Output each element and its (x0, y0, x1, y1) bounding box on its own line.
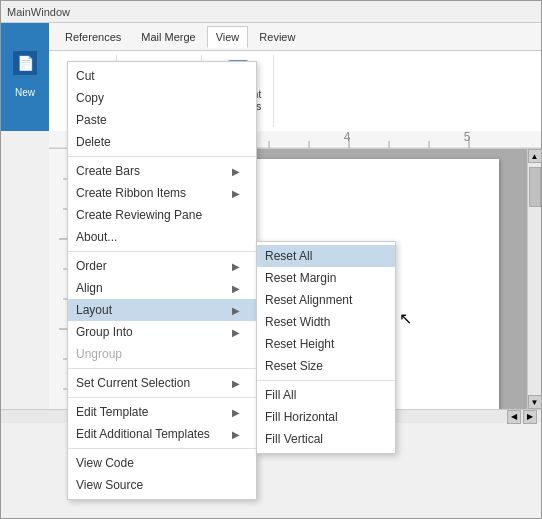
menu-item-align[interactable]: Align ▶ (68, 277, 256, 299)
svg-text:4: 4 (344, 131, 351, 144)
scroll-right-button[interactable]: ▶ (523, 410, 537, 424)
menu-item-create-reviewing-pane[interactable]: Create Reviewing Pane (68, 204, 256, 226)
submenu-item-reset-height[interactable]: Reset Height (257, 333, 395, 355)
svg-text:5: 5 (464, 131, 471, 144)
submenu-item-fill-horizontal-label: Fill Horizontal (265, 410, 338, 424)
scroll-left-button[interactable]: ◀ (507, 410, 521, 424)
submenu-item-fill-vertical-label: Fill Vertical (265, 432, 323, 446)
menu-item-edit-additional-templates-label: Edit Additional Templates (76, 427, 210, 441)
menu-item-delete-label: Delete (76, 135, 111, 149)
main-window: MainWindow 📄 New References Mail Merge V… (0, 0, 542, 519)
submenu-item-fill-horizontal[interactable]: Fill Horizontal (257, 406, 395, 428)
menu-item-set-current-selection-label: Set Current Selection (76, 376, 190, 390)
context-menu: Cut Copy Paste Delete Create Bars ▶ Crea… (67, 61, 257, 500)
menu-separator-1 (68, 156, 256, 157)
menu-item-view-code-label: View Code (76, 456, 134, 470)
submenu-item-reset-width-label: Reset Width (265, 315, 330, 329)
submenu-separator-1 (257, 380, 395, 381)
submenu-arrow-order: ▶ (232, 261, 240, 272)
title-bar: MainWindow (1, 1, 541, 23)
menu-separator-3 (68, 368, 256, 369)
menu-item-view-source-label: View Source (76, 478, 143, 492)
submenu-item-reset-all-label: Reset All (265, 249, 312, 263)
ribbon-tabs: References Mail Merge View Review (1, 23, 541, 51)
menu-item-layout[interactable]: Layout ▶ (68, 299, 256, 321)
menu-separator-2 (68, 251, 256, 252)
scroll-down-button[interactable]: ▼ (528, 395, 542, 409)
menu-item-edit-additional-templates[interactable]: Edit Additional Templates ▶ (68, 423, 256, 445)
submenu-item-fill-all[interactable]: Fill All (257, 384, 395, 406)
menu-item-edit-template[interactable]: Edit Template ▶ (68, 401, 256, 423)
menu-item-create-reviewing-pane-label: Create Reviewing Pane (76, 208, 202, 222)
submenu-arrow-edit-additional: ▶ (232, 429, 240, 440)
scroll-up-button[interactable]: ▲ (528, 149, 542, 163)
submenu-arrow-create-bars: ▶ (232, 166, 240, 177)
menu-item-copy[interactable]: Copy (68, 87, 256, 109)
tab-mail-merge[interactable]: Mail Merge (132, 26, 204, 48)
new-label: New (15, 87, 35, 98)
submenu-arrow-selection: ▶ (232, 378, 240, 389)
new-button[interactable]: New (9, 81, 41, 104)
submenu-arrow-create-ribbon: ▶ (232, 188, 240, 199)
submenu-arrow-edit-template: ▶ (232, 407, 240, 418)
menu-separator-4 (68, 397, 256, 398)
menu-item-view-code[interactable]: View Code (68, 452, 256, 474)
submenu-item-fill-vertical[interactable]: Fill Vertical (257, 428, 395, 450)
submenu-arrow-align: ▶ (232, 283, 240, 294)
layout-submenu: Reset All Reset Margin Reset Alignment R… (256, 241, 396, 454)
menu-item-paste[interactable]: Paste (68, 109, 256, 131)
menu-item-set-current-selection[interactable]: Set Current Selection ▶ (68, 372, 256, 394)
file-tab[interactable]: 📄 New (1, 23, 49, 131)
menu-item-create-bars[interactable]: Create Bars ▶ (68, 160, 256, 182)
submenu-item-reset-width[interactable]: Reset Width (257, 311, 395, 333)
menu-item-group-into[interactable]: Group Into ▶ (68, 321, 256, 343)
tab-review[interactable]: Review (250, 26, 304, 48)
submenu-item-reset-size[interactable]: Reset Size (257, 355, 395, 377)
submenu-item-reset-height-label: Reset Height (265, 337, 334, 351)
menu-item-group-into-label: Group Into (76, 325, 133, 339)
tab-references[interactable]: References (56, 26, 130, 48)
menu-item-cut-label: Cut (76, 69, 95, 83)
menu-item-view-source[interactable]: View Source (68, 474, 256, 496)
menu-item-paste-label: Paste (76, 113, 107, 127)
scroll-thumb[interactable] (529, 167, 541, 207)
submenu-arrow-group-into: ▶ (232, 327, 240, 338)
menu-item-edit-template-label: Edit Template (76, 405, 149, 419)
submenu-arrow-layout: ▶ (232, 305, 240, 316)
menu-item-layout-label: Layout (76, 303, 112, 317)
menu-item-copy-label: Copy (76, 91, 104, 105)
submenu-item-reset-all[interactable]: Reset All (257, 245, 395, 267)
menu-item-ungroup: Ungroup (68, 343, 256, 365)
submenu-item-reset-margin-label: Reset Margin (265, 271, 336, 285)
tab-view[interactable]: View (207, 26, 249, 48)
menu-item-about-label: About... (76, 230, 117, 244)
submenu-item-reset-alignment[interactable]: Reset Alignment (257, 289, 395, 311)
menu-item-create-ribbon-items-label: Create Ribbon Items (76, 186, 186, 200)
vertical-scrollbar[interactable]: ▲ ▼ (527, 149, 541, 409)
submenu-item-fill-all-label: Fill All (265, 388, 296, 402)
menu-item-order[interactable]: Order ▶ (68, 255, 256, 277)
menu-item-ungroup-label: Ungroup (76, 347, 122, 361)
menu-item-about[interactable]: About... (68, 226, 256, 248)
submenu-item-reset-alignment-label: Reset Alignment (265, 293, 352, 307)
menu-item-create-bars-label: Create Bars (76, 164, 140, 178)
submenu-item-reset-margin[interactable]: Reset Margin (257, 267, 395, 289)
menu-item-delete[interactable]: Delete (68, 131, 256, 153)
menu-item-order-label: Order (76, 259, 107, 273)
file-icon: 📄 (13, 51, 37, 75)
submenu-item-reset-size-label: Reset Size (265, 359, 323, 373)
window-title: MainWindow (7, 6, 70, 18)
menu-item-cut[interactable]: Cut (68, 65, 256, 87)
menu-item-align-label: Align (76, 281, 103, 295)
menu-separator-5 (68, 448, 256, 449)
menu-item-create-ribbon-items[interactable]: Create Ribbon Items ▶ (68, 182, 256, 204)
